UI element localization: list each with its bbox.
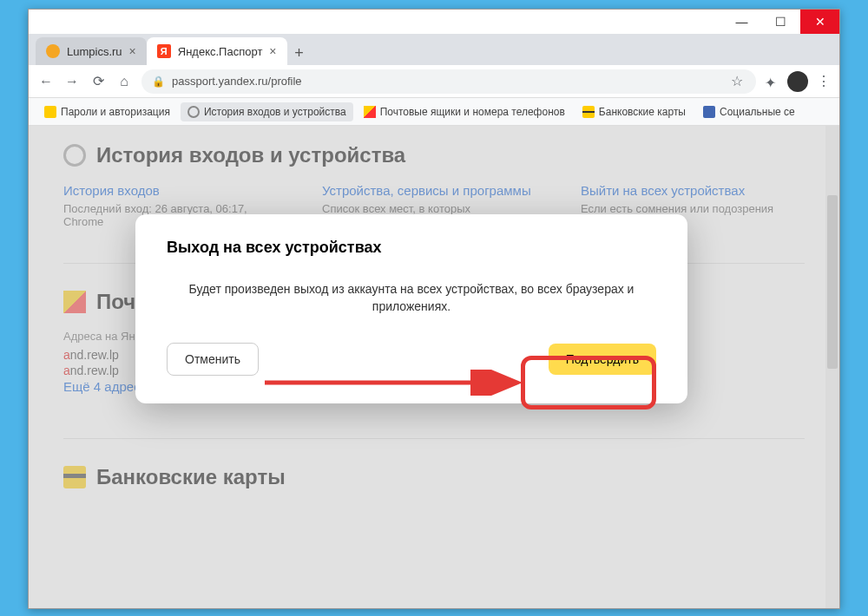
close-button[interactable]: ✕: [800, 10, 839, 34]
titlebar: — ☐ ✕: [29, 10, 839, 34]
modal-text: Будет произведен выход из аккаунта на вс…: [167, 281, 656, 315]
extensions-icon[interactable]: ✦: [765, 75, 779, 88]
profile-avatar[interactable]: [787, 71, 808, 92]
social-icon: [703, 106, 715, 118]
lock-icon: 🔒: [152, 75, 165, 88]
yandex-favicon-icon: Я: [157, 44, 171, 58]
address-bar: ← → ⟳ ⌂ 🔒 passport.yandex.ru/profile ☆ ✦…: [29, 65, 839, 98]
logout-confirmation-modal: Выход на всех устройствах Будет произвед…: [135, 214, 687, 403]
bookmarks-bar: Пароли и авторизация История входов и ус…: [29, 98, 839, 126]
new-tab-button[interactable]: +: [287, 41, 312, 65]
maximize-button[interactable]: ☐: [761, 10, 800, 34]
reload-button[interactable]: ⟳: [89, 73, 107, 90]
key-icon: [44, 106, 56, 118]
forward-button[interactable]: →: [63, 73, 81, 90]
tab-close-icon[interactable]: ×: [269, 44, 276, 58]
menu-button[interactable]: ⋮: [817, 73, 831, 89]
card-icon: [582, 106, 595, 118]
minimize-button[interactable]: —: [722, 10, 761, 34]
bookmark-star-icon[interactable]: ☆: [728, 73, 746, 90]
tab-label: Lumpics.ru: [67, 45, 122, 58]
bookmark-label: История входов и устройства: [204, 106, 346, 118]
bookmark-social[interactable]: Социальные се: [696, 102, 802, 121]
mail-icon: [364, 106, 376, 118]
clock-icon: [187, 106, 200, 118]
back-button[interactable]: ←: [37, 73, 55, 90]
lumpics-favicon-icon: [46, 44, 60, 58]
bookmark-cards[interactable]: Банковские карты: [575, 102, 693, 121]
modal-title: Выход на всех устройствах: [167, 239, 656, 257]
tab-lumpics[interactable]: Lumpics.ru ×: [36, 37, 147, 65]
bookmark-passwords[interactable]: Пароли и авторизация: [37, 102, 177, 121]
tab-close-icon[interactable]: ×: [129, 44, 136, 58]
cancel-button[interactable]: Отменить: [167, 343, 259, 376]
home-button[interactable]: ⌂: [115, 73, 133, 90]
tab-label: Яндекс.Паспорт: [178, 45, 263, 58]
bookmark-label: Почтовые ящики и номера телефонов: [380, 106, 565, 118]
url-input[interactable]: 🔒 passport.yandex.ru/profile ☆: [141, 69, 756, 94]
bookmark-label: Социальные се: [720, 106, 795, 118]
tab-yandex[interactable]: Я Яндекс.Паспорт ×: [147, 37, 287, 65]
tab-bar: Lumpics.ru × Я Яндекс.Паспорт × +: [29, 34, 839, 65]
bookmark-history[interactable]: История входов и устройства: [181, 102, 353, 121]
confirm-button[interactable]: Подтвердить: [549, 344, 656, 375]
bookmark-mail[interactable]: Почтовые ящики и номера телефонов: [357, 102, 572, 121]
url-text: passport.yandex.ru/profile: [172, 75, 302, 88]
bookmark-label: Пароли и авторизация: [61, 106, 170, 118]
bookmark-label: Банковские карты: [599, 106, 686, 118]
